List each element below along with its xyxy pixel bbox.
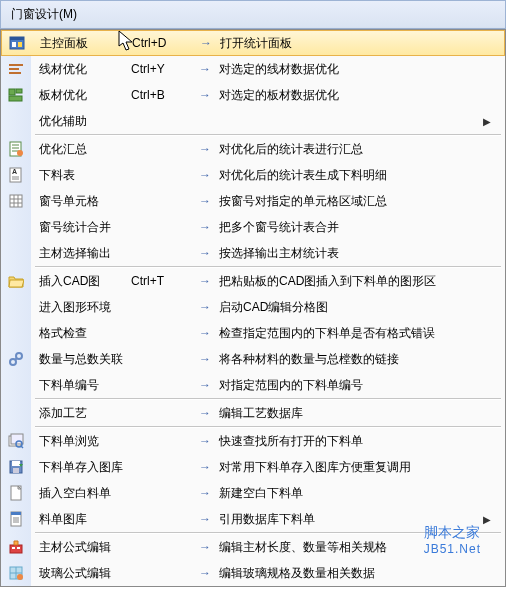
svg-rect-32 xyxy=(12,461,20,466)
folder-icon xyxy=(8,273,24,289)
menu-gutter xyxy=(1,428,31,454)
menu-item-description: 对常用下料单存入图库方便重复调用 xyxy=(219,459,411,476)
menu-gutter: A xyxy=(1,162,31,188)
arrow-icon: → xyxy=(191,246,219,260)
svg-rect-36 xyxy=(11,512,21,515)
svg-rect-7 xyxy=(9,89,15,95)
svg-rect-42 xyxy=(17,547,20,549)
arrow-icon: → xyxy=(191,88,219,102)
menu-item[interactable]: 主控面板Ctrl+D→打开统计面板 xyxy=(1,30,505,56)
menu-item-label: 插入空白料单 xyxy=(31,485,131,502)
menu-gutter xyxy=(1,560,31,586)
menu-item-shortcut: Ctrl+Y xyxy=(131,62,191,76)
formula-icon xyxy=(8,539,24,555)
menu-item-description: 把粘贴板的CAD图插入到下料单的图形区 xyxy=(219,273,436,290)
line-opt-icon xyxy=(8,61,24,77)
menu-item-label: 下料单浏览 xyxy=(31,433,131,450)
svg-rect-19 xyxy=(10,195,22,207)
svg-rect-6 xyxy=(9,72,21,74)
menu-item[interactable]: 插入CAD图Ctrl+T→把粘贴板的CAD图插入到下料单的图形区 xyxy=(1,268,505,294)
menubar: 门窗设计(M) xyxy=(0,0,506,29)
menubar-item-window-design[interactable]: 门窗设计(M) xyxy=(1,3,87,26)
menu-item-label: 格式检查 xyxy=(31,325,131,342)
submenu-chevron-icon: ▶ xyxy=(483,514,491,525)
menu-item-description: 对优化后的统计表进行汇总 xyxy=(219,141,363,158)
menu-item[interactable]: 主材公式编辑→编辑主材长度、数量等相关规格 xyxy=(1,534,505,560)
menu-item[interactable]: 板材优化Ctrl+B→对选定的板材数据优化 xyxy=(1,82,505,108)
menu-item[interactable]: 线材优化Ctrl+Y→对选定的线材数据优化 xyxy=(1,56,505,82)
menu-gutter xyxy=(1,56,31,82)
menu-item-label: 下料表 xyxy=(31,167,131,184)
menu-item[interactable]: 料单图库→引用数据库下料单▶ xyxy=(1,506,505,532)
menu-item[interactable]: 窗号统计合并→把多个窗号统计表合并 xyxy=(1,214,505,240)
cut-list-icon: A xyxy=(8,167,24,183)
menu-item[interactable]: 进入图形环境→启动CAD编辑分格图 xyxy=(1,294,505,320)
browse-icon xyxy=(8,433,24,449)
glass-icon xyxy=(8,565,24,581)
menu-item-description: 对选定的线材数据优化 xyxy=(219,61,339,78)
menu-item-description: 对优化后的统计表生成下料明细 xyxy=(219,167,387,184)
menu-item[interactable]: 玻璃公式编辑→编辑玻璃规格及数量相关数据 xyxy=(1,560,505,586)
menu-item-description: 编辑主材长度、数量等相关规格 xyxy=(219,539,387,556)
menu-item-description: 按选择输出主材统计表 xyxy=(219,245,339,262)
menu-gutter xyxy=(1,188,31,214)
arrow-icon: → xyxy=(191,540,219,554)
menu-item[interactable]: A下料表→对优化后的统计表生成下料明细 xyxy=(1,162,505,188)
panel-icon xyxy=(9,35,25,51)
menu-item[interactable]: 数量与总数关联→将各种材料的数量与总樘数的链接 xyxy=(1,346,505,372)
menu-item-label: 下料单编号 xyxy=(31,377,131,394)
menu-item-label: 主控面板 xyxy=(32,35,132,52)
menu-item[interactable]: 下料单存入图库→对常用下料单存入图库方便重复调用 xyxy=(1,454,505,480)
menu-item-label: 主材选择输出 xyxy=(31,245,131,262)
menu-item[interactable]: 优化汇总→对优化后的统计表进行汇总 xyxy=(1,136,505,162)
arrow-icon: → xyxy=(192,36,220,50)
svg-rect-33 xyxy=(13,468,19,473)
menu-item-description: 新建空白下料单 xyxy=(219,485,303,502)
arrow-icon: → xyxy=(191,460,219,474)
board-opt-icon xyxy=(8,87,24,103)
arrow-icon: → xyxy=(191,326,219,340)
sheet-icon xyxy=(8,141,24,157)
menu-gutter xyxy=(1,480,31,506)
menu-item-shortcut: Ctrl+B xyxy=(131,88,191,102)
menu-item[interactable]: 下料单编号→对指定范围内的下料单编号 xyxy=(1,372,505,398)
svg-point-46 xyxy=(17,574,23,580)
menu-gutter xyxy=(1,534,31,560)
menu-item-label: 料单图库 xyxy=(31,511,131,528)
menu-item[interactable]: 下料单浏览→快速查找所有打开的下料单 xyxy=(1,428,505,454)
svg-line-30 xyxy=(21,446,23,448)
menu-item-label: 线材优化 xyxy=(31,61,131,78)
svg-rect-8 xyxy=(16,89,22,93)
menu-gutter xyxy=(1,346,31,372)
menu-item[interactable]: 插入空白料单→新建空白下料单 xyxy=(1,480,505,506)
menu-item-description: 按窗号对指定的单元格区域汇总 xyxy=(219,193,387,210)
svg-rect-5 xyxy=(9,68,19,70)
arrow-icon: → xyxy=(191,300,219,314)
menu-gutter xyxy=(1,506,31,532)
menu-gutter xyxy=(1,320,31,346)
menu-item[interactable]: 格式检查→检查指定范围内的下料单是否有格式错误 xyxy=(1,320,505,346)
menu-item-label: 优化汇总 xyxy=(31,141,131,158)
menu-item-label: 添加工艺 xyxy=(31,405,131,422)
menu-gutter xyxy=(1,108,31,134)
arrow-icon: → xyxy=(191,434,219,448)
menu-gutter xyxy=(2,31,32,55)
menu-item-description: 编辑玻璃规格及数量相关数据 xyxy=(219,565,375,582)
grid-icon xyxy=(8,193,24,209)
menu-gutter xyxy=(1,400,31,426)
menu-item-label: 下料单存入图库 xyxy=(31,459,131,476)
svg-rect-41 xyxy=(12,547,15,549)
menu-item[interactable]: 主材选择输出→按选择输出主材统计表 xyxy=(1,240,505,266)
menu-item[interactable]: 添加工艺→编辑工艺数据库 xyxy=(1,400,505,426)
menu-item[interactable]: 优化辅助▶ xyxy=(1,108,505,134)
link-icon xyxy=(8,351,24,367)
blank-icon xyxy=(8,485,24,501)
menu-item-description: 编辑工艺数据库 xyxy=(219,405,303,422)
submenu-chevron-icon: ▶ xyxy=(483,116,491,127)
menu-gutter xyxy=(1,268,31,294)
arrow-icon: → xyxy=(191,566,219,580)
menu-item[interactable]: 窗号单元格→按窗号对指定的单元格区域汇总 xyxy=(1,188,505,214)
menu-item-description: 快速查找所有打开的下料单 xyxy=(219,433,363,450)
svg-rect-40 xyxy=(10,545,22,553)
svg-line-26 xyxy=(15,358,17,360)
